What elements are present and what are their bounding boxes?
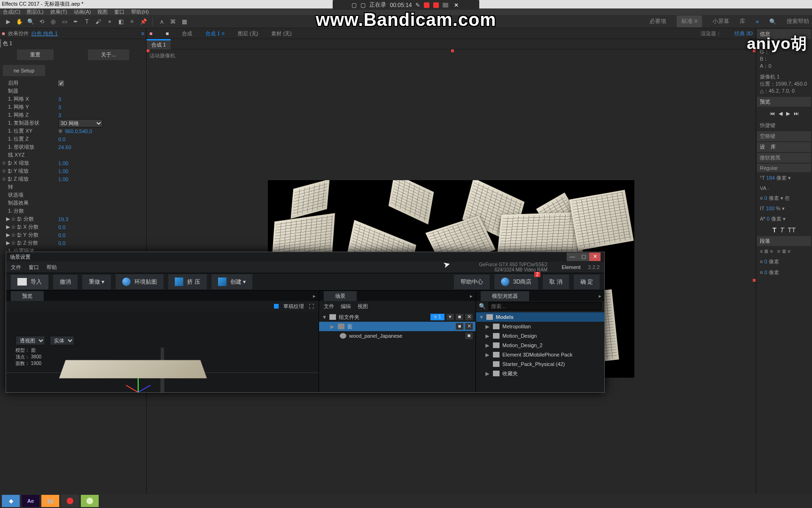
preview-tab[interactable]: 预览 xyxy=(11,291,44,301)
stopwatch-icon[interactable]: ⊙ ひ xyxy=(2,159,7,167)
pack-mobile-phone[interactable]: ▶Element 3DMobilePhone Pack xyxy=(476,350,604,359)
e3d-file-menu[interactable]: 文件 xyxy=(11,264,21,271)
view-select[interactable]: 透视图 xyxy=(16,336,45,345)
layer-tab[interactable]: 色 1 xyxy=(0,39,146,48)
3d-store-button[interactable]: 3D商店 2 xyxy=(494,274,538,289)
ok-button[interactable]: 确 定 xyxy=(574,275,600,289)
panel-menu-icon[interactable]: ≡ xyxy=(141,31,144,36)
hand-tool-icon[interactable]: ✋ xyxy=(15,17,23,26)
preview-panel-tab[interactable]: 预览 xyxy=(757,97,811,107)
cancel-button[interactable]: 取 消 xyxy=(543,275,569,289)
taskbar-bandicam[interactable] xyxy=(61,495,79,507)
model-search-input[interactable] xyxy=(489,302,601,310)
material-item[interactable]: wood_panel_Japanese ■ xyxy=(319,331,476,341)
scene-file-menu[interactable]: 文件 xyxy=(324,303,334,310)
stopwatch-icon[interactable]: ⊙ ひ xyxy=(11,215,16,222)
lock-icon[interactable]: ■ xyxy=(149,31,153,36)
taskbar-ae[interactable]: Ae xyxy=(22,495,39,507)
clone-tool-icon[interactable]: ⌖ xyxy=(105,17,114,26)
eraser-tool-icon[interactable]: ◧ xyxy=(117,17,125,26)
font-weight-select[interactable]: Regular xyxy=(757,164,811,172)
renderer-value[interactable]: 经典 3D xyxy=(734,30,753,37)
reset-button[interactable]: 重置 xyxy=(17,49,54,60)
prop-value[interactable]: 24.60 xyxy=(58,144,71,150)
comp-name-tab[interactable]: 合成 1 xyxy=(147,39,171,49)
pack-metropolitan[interactable]: ▶Metropolitan xyxy=(476,322,604,331)
menu-layer[interactable]: 图层(L) xyxy=(27,8,43,16)
prop-value[interactable]: 0.0 xyxy=(58,224,65,230)
fullscreen-icon[interactable]: ⛶ xyxy=(309,303,314,309)
taskbar-vc[interactable]: ▮▮ xyxy=(41,495,59,507)
paragraph-panel-tab[interactable]: 段落 xyxy=(757,236,811,246)
prop-value[interactable]: 3 xyxy=(58,112,61,118)
environment-button[interactable]: 环境贴图 xyxy=(116,274,164,289)
info-panel-tab[interactable]: 信息 xyxy=(757,29,811,39)
scene-tab[interactable]: 场景 xyxy=(324,291,357,301)
close-button[interactable]: ✕ xyxy=(589,253,601,261)
prop-value[interactable]: 960.0,540.0 xyxy=(65,128,92,134)
menu-help[interactable]: 帮助(H) xyxy=(131,8,148,16)
about-button[interactable]: 关于... xyxy=(88,49,129,60)
model-browser-tab[interactable]: 模型浏览器 xyxy=(481,291,529,301)
brush-tool-icon[interactable]: 🖌 xyxy=(94,17,102,26)
e3d-viewport[interactable]: 透视图 实体 模型： 面 顶点： 3800 面数： 1900 xyxy=(6,311,319,392)
roto-tool-icon[interactable]: ✧ xyxy=(128,17,136,26)
lock-icon[interactable]: ■ xyxy=(2,31,5,36)
comp-active-tab[interactable]: 合成 1 ≡ xyxy=(205,30,225,37)
import-button[interactable]: 导入 xyxy=(11,275,48,289)
font-family-select[interactable]: 微软雅黑 xyxy=(757,153,811,163)
prop-value[interactable]: 3 xyxy=(58,104,61,110)
expand-icon[interactable]: ▸ xyxy=(313,293,316,299)
prop-value[interactable]: 0.0 xyxy=(58,232,65,238)
eye-icon[interactable]: ■ xyxy=(166,31,169,36)
prop-value[interactable]: 0.0 xyxy=(58,240,65,246)
menu-comp[interactable]: 合成(C) xyxy=(3,8,20,16)
taskbar-app[interactable] xyxy=(81,495,99,507)
stopwatch-icon[interactable]: ⊙ ひ xyxy=(11,239,16,246)
stopwatch-icon[interactable]: ⊙ ひ xyxy=(2,175,7,183)
menu-anim[interactable]: 动画(A) xyxy=(74,8,91,16)
prop-value[interactable]: 1.00 xyxy=(58,160,68,166)
redo-button[interactable]: 重做 ▾ xyxy=(82,275,111,289)
create-button[interactable]: 创建 ▾ xyxy=(211,274,252,289)
workspace-essentials[interactable]: 必要项 xyxy=(649,17,666,25)
playback-controls[interactable]: ⏮◀▶⏭ xyxy=(757,108,811,119)
expand-icon[interactable]: ▸ xyxy=(470,293,473,299)
rect-tool-icon[interactable]: ▭ xyxy=(60,17,69,26)
search-help[interactable]: 搜索帮助 xyxy=(787,17,809,25)
pack-motion-design-2[interactable]: ▶Motion_Design_2 xyxy=(476,341,604,350)
expand-icon[interactable]: ▸ xyxy=(599,293,601,299)
stopwatch-icon[interactable]: ⊙ ひ xyxy=(11,231,16,238)
pen-tool-icon[interactable]: ✒ xyxy=(71,17,80,26)
pack-starter-physical[interactable]: Starter_Pack_Physical (42) xyxy=(476,359,604,369)
scene-setup-button[interactable]: ne Setup xyxy=(3,65,45,76)
grid-icon[interactable]: ▦ xyxy=(180,17,188,26)
pack-motion-design[interactable]: ▶Motion_Design xyxy=(476,331,604,341)
group-folder[interactable]: ▼ 组文件夹 ≡ 1▾■✕ xyxy=(319,312,476,322)
footage-viewer-tab[interactable]: 素材 (无) xyxy=(271,30,291,37)
align-buttons[interactable]: ≡ ≣ ≡ ≡ ≣ ≡ xyxy=(757,247,811,256)
link-icon[interactable]: ⊕ xyxy=(58,128,65,134)
layer-viewer-tab[interactable]: 图层 (无) xyxy=(238,30,258,37)
start-button[interactable]: ◆ xyxy=(2,495,20,507)
stopwatch-icon[interactable]: ⊙ ひ xyxy=(2,167,7,175)
face-item[interactable]: ▶ 面 ■✕ xyxy=(319,322,476,331)
extrude-button[interactable]: 挤 压 xyxy=(168,274,206,289)
stopwatch-icon[interactable]: ⊙ ひ xyxy=(11,223,16,230)
checkbox[interactable]: ✓ xyxy=(58,80,64,86)
scene-edit-menu[interactable]: 编辑 xyxy=(341,303,351,310)
puppet-tool-icon[interactable]: 📌 xyxy=(139,17,148,26)
axis-icon[interactable]: ⋏ xyxy=(157,17,166,26)
workspace-small[interactable]: 小屏幕 xyxy=(712,17,729,25)
pack-favorites[interactable]: ▶收藏夹 xyxy=(476,369,604,378)
search-help-icon[interactable]: 🔍 xyxy=(769,18,776,25)
prop-value[interactable]: 1.00 xyxy=(58,168,68,174)
workspace-standard[interactable]: 标准 ≡ xyxy=(677,16,702,27)
dropdown[interactable]: 3D 网格 xyxy=(58,119,103,127)
snap-icon[interactable]: ⌘ xyxy=(169,17,177,26)
prop-value[interactable]: 3 xyxy=(58,96,61,102)
menu-view[interactable]: 视图 xyxy=(97,8,108,16)
e3d-help-menu[interactable]: 帮助 xyxy=(47,264,57,271)
menu-effect[interactable]: 效果(T) xyxy=(50,8,67,16)
selection-tool-icon[interactable]: ▶ xyxy=(4,17,12,26)
